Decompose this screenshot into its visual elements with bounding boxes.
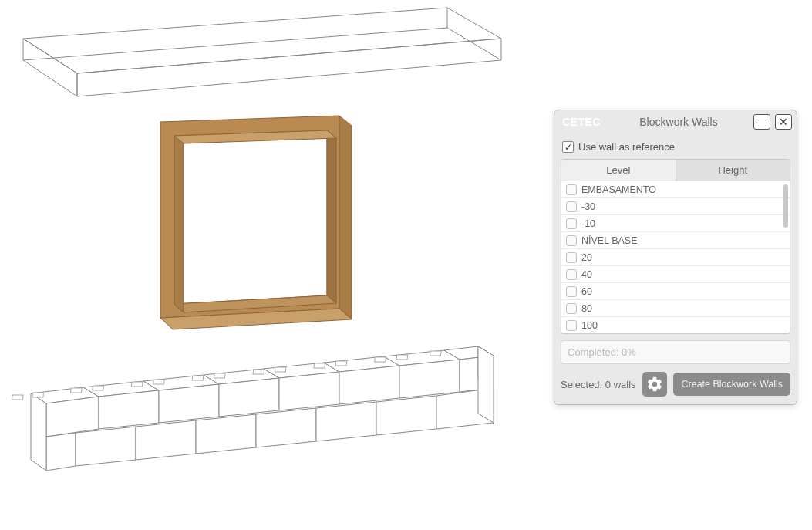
svg-rect-47	[192, 376, 204, 380]
svg-rect-44	[93, 386, 104, 390]
svg-marker-26	[279, 372, 339, 410]
svg-rect-41	[12, 395, 24, 400]
window-frame	[160, 116, 352, 329]
row-checkbox[interactable]	[566, 252, 577, 263]
svg-rect-52	[335, 361, 347, 366]
list-item[interactable]: -10	[561, 215, 790, 232]
svg-marker-32	[76, 427, 136, 466]
create-button[interactable]: Create Blockwork Walls	[673, 373, 790, 396]
svg-marker-28	[399, 360, 460, 398]
tabs: Level Height	[561, 159, 790, 181]
dialog-titlebar[interactable]: CETEC Blockwork Walls — ✕	[554, 110, 797, 133]
scrollbar-thumb[interactable]	[783, 184, 788, 228]
minimize-button[interactable]: —	[753, 114, 770, 130]
blockwork-dialog: CETEC Blockwork Walls — ✕ ✓ Use wall as …	[554, 110, 797, 405]
svg-marker-1	[23, 39, 77, 96]
row-label: 20	[581, 252, 592, 263]
list-item[interactable]: 80	[561, 300, 790, 317]
row-label: NÍVEL BASE	[581, 235, 638, 246]
row-label: 40	[581, 269, 592, 280]
list-item[interactable]: 100	[561, 317, 790, 334]
svg-marker-37	[376, 396, 436, 435]
svg-marker-7	[339, 116, 352, 319]
list-item[interactable]: 20	[561, 249, 790, 266]
top-slab	[23, 8, 501, 96]
row-label: 80	[581, 303, 592, 314]
svg-marker-9	[174, 130, 327, 304]
svg-rect-42	[32, 393, 44, 397]
svg-rect-49	[253, 370, 264, 374]
svg-marker-36	[316, 402, 376, 441]
settings-button[interactable]	[642, 372, 667, 397]
row-checkbox[interactable]	[566, 269, 577, 280]
list-item[interactable]: NÍVEL BASE	[561, 232, 790, 249]
svg-marker-10	[327, 130, 336, 303]
svg-marker-40	[31, 393, 46, 471]
progress-status: Completed: 0%	[561, 340, 790, 364]
svg-marker-34	[196, 414, 256, 454]
selected-count: Selected: 0 walls	[561, 379, 636, 390]
svg-rect-55	[430, 351, 442, 356]
block-wall	[12, 346, 494, 471]
use-wall-reference-checkbox[interactable]: ✓	[562, 141, 574, 153]
svg-marker-33	[136, 420, 196, 460]
svg-marker-25	[219, 378, 279, 417]
row-label: 100	[581, 320, 598, 331]
svg-marker-23	[99, 390, 159, 429]
tab-height[interactable]: Height	[676, 160, 790, 181]
svg-line-5	[23, 28, 447, 60]
svg-marker-22	[46, 397, 99, 437]
svg-rect-45	[131, 382, 143, 387]
list-item[interactable]: 40	[561, 266, 790, 283]
row-checkbox[interactable]	[566, 218, 577, 229]
svg-rect-50	[275, 367, 286, 372]
row-label: -30	[581, 201, 595, 212]
list-item[interactable]: 60	[561, 283, 790, 300]
levels-list: EMBASAMENTO -30 -10 NÍVEL BASE 20 40 60 …	[561, 181, 790, 334]
svg-line-4	[447, 28, 501, 60]
svg-marker-2	[77, 39, 501, 96]
row-checkbox[interactable]	[566, 235, 577, 246]
row-label: -10	[581, 218, 595, 229]
use-wall-reference-label: Use wall as reference	[578, 141, 675, 153]
close-button[interactable]: ✕	[775, 114, 792, 130]
viewport: CETEC Blockwork Walls — ✕ ✓ Use wall as …	[0, 0, 812, 530]
svg-rect-54	[396, 355, 408, 360]
svg-marker-31	[46, 433, 76, 471]
row-checkbox[interactable]	[566, 201, 577, 212]
row-checkbox[interactable]	[566, 320, 577, 331]
svg-marker-39	[478, 346, 494, 423]
svg-marker-0	[23, 8, 501, 73]
list-item[interactable]: -30	[561, 198, 790, 215]
use-wall-reference-row[interactable]: ✓ Use wall as reference	[561, 138, 790, 159]
row-checkbox[interactable]	[566, 303, 577, 314]
svg-marker-24	[159, 384, 219, 423]
row-label: 60	[581, 286, 592, 297]
svg-rect-46	[153, 380, 165, 384]
dialog-title: Blockwork Walls	[608, 116, 749, 128]
row-checkbox[interactable]	[566, 286, 577, 297]
svg-marker-12	[174, 136, 184, 312]
svg-marker-27	[339, 366, 399, 404]
svg-rect-43	[71, 388, 83, 393]
svg-marker-35	[256, 408, 316, 447]
row-label: EMBASAMENTO	[581, 184, 656, 195]
list-item[interactable]: EMBASAMENTO	[561, 181, 790, 198]
tab-level[interactable]: Level	[561, 160, 676, 181]
gear-icon	[646, 376, 663, 393]
row-checkbox[interactable]	[566, 184, 577, 195]
dialog-footer: Selected: 0 walls Create Blockwork Walls	[561, 372, 790, 397]
svg-rect-48	[214, 373, 225, 378]
svg-rect-53	[375, 357, 386, 362]
dialog-body: ✓ Use wall as reference Level Height EMB…	[554, 133, 797, 404]
brand-logo: CETEC	[559, 116, 604, 128]
svg-rect-51	[314, 363, 325, 368]
model-scene[interactable]	[0, 0, 555, 525]
